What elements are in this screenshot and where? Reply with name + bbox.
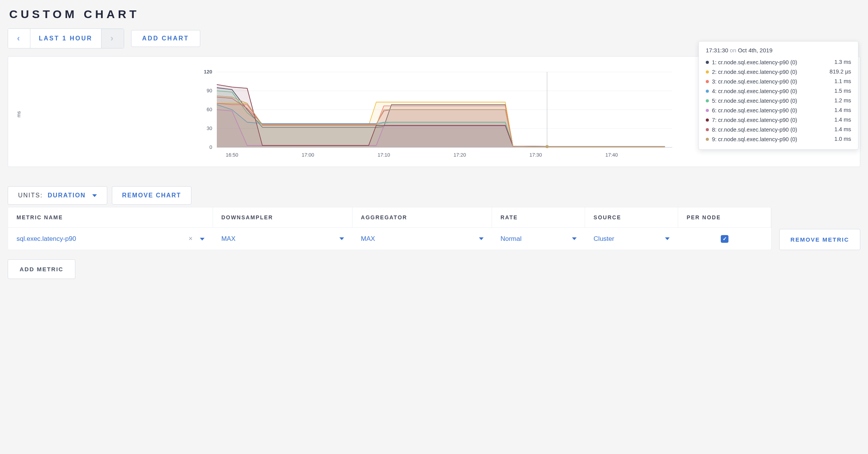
tooltip-series-value: 1.4 ms	[834, 107, 851, 113]
remove-metric-button[interactable]: REMOVE METRIC	[779, 229, 860, 250]
chevron-down-icon	[572, 237, 577, 240]
tooltip-series-value: 1.5 ms	[834, 88, 851, 94]
chevron-down-icon	[665, 237, 670, 240]
series-dot-icon	[706, 128, 709, 131]
chart-tooltip: 17:31:30 on Oct 4th, 2019 1: cr.node.sql…	[698, 41, 858, 150]
add-chart-button[interactable]: ADD CHART	[131, 30, 200, 47]
svg-text:120: 120	[204, 69, 212, 75]
col-aggregator: AGGREGATOR	[353, 207, 492, 227]
time-range-group: ‹ LAST 1 HOUR ›	[8, 28, 124, 48]
series-dot-icon	[706, 119, 709, 122]
time-range-select[interactable]: LAST 1 HOUR	[30, 29, 101, 48]
tooltip-series-label: 5: cr.node.sql.exec.latency-p90 (0)	[712, 98, 797, 104]
col-source: SOURCE	[585, 207, 678, 227]
tooltip-series-value: 819.2 µs	[830, 68, 851, 75]
svg-text:17:00: 17:00	[302, 152, 314, 158]
metric-name-select[interactable]: sql.exec.latency-p90 ×	[8, 228, 213, 250]
tooltip-series-label: 8: cr.node.sql.exec.latency-p90 (0)	[712, 127, 797, 133]
svg-point-18	[545, 145, 549, 148]
clear-icon[interactable]: ×	[188, 235, 193, 242]
metric-table: METRIC NAME DOWNSAMPLER AGGREGATOR RATE …	[8, 207, 772, 250]
tooltip-row: 9: cr.node.sql.exec.latency-p90 (0)1.0 m…	[706, 134, 851, 144]
col-per-node: PER NODE	[678, 207, 771, 227]
svg-text:90: 90	[207, 88, 212, 93]
tooltip-series-value: 1.4 ms	[834, 126, 851, 132]
tooltip-row: 3: cr.node.sql.exec.latency-p90 (0)1.1 m…	[706, 77, 851, 86]
col-metric-name: METRIC NAME	[8, 207, 213, 227]
tooltip-series-label: 9: cr.node.sql.exec.latency-p90 (0)	[712, 136, 797, 142]
downsampler-select[interactable]: MAX	[213, 228, 353, 250]
time-range-next-button: ›	[101, 29, 124, 48]
tooltip-date: Oct 4th, 2019	[738, 47, 772, 53]
tooltip-series-label: 4: cr.node.sql.exec.latency-p90 (0)	[712, 88, 797, 94]
svg-text:17:10: 17:10	[377, 152, 390, 158]
tooltip-rows: 1: cr.node.sql.exec.latency-p90 (0)1.3 m…	[706, 57, 851, 144]
tooltip-header: 17:31:30 on Oct 4th, 2019	[706, 47, 851, 53]
chevron-down-icon	[339, 237, 344, 240]
svg-text:30: 30	[207, 125, 212, 131]
col-downsampler: DOWNSAMPLER	[213, 207, 353, 227]
tooltip-series-label: 2: cr.node.sql.exec.latency-p90 (0)	[712, 69, 797, 75]
remove-chart-button[interactable]: REMOVE CHART	[112, 186, 192, 205]
series-dot-icon	[706, 61, 709, 64]
svg-text:17:30: 17:30	[529, 152, 542, 158]
time-range-prev-button[interactable]: ‹	[8, 29, 30, 48]
tooltip-series-value: 1.1 ms	[834, 78, 851, 84]
tooltip-row: 8: cr.node.sql.exec.latency-p90 (0)1.4 m…	[706, 125, 851, 134]
col-rate: RATE	[492, 207, 585, 227]
page-title: CUSTOM CHART	[9, 8, 860, 21]
tooltip-time: 17:31:30	[706, 47, 728, 53]
tooltip-series-label: 3: cr.node.sql.exec.latency-p90 (0)	[712, 78, 797, 85]
tooltip-row: 4: cr.node.sql.exec.latency-p90 (0)1.5 m…	[706, 86, 851, 96]
rate-select[interactable]: Normal	[492, 228, 585, 250]
tooltip-row: 1: cr.node.sql.exec.latency-p90 (0)1.3 m…	[706, 57, 851, 67]
tooltip-series-value: 1.0 ms	[834, 136, 851, 142]
svg-text:16:50: 16:50	[226, 152, 238, 158]
tooltip-series-value: 1.2 ms	[834, 97, 851, 103]
series-dot-icon	[706, 90, 709, 93]
aggregator-select[interactable]: MAX	[353, 228, 492, 250]
metric-table-header: METRIC NAME DOWNSAMPLER AGGREGATOR RATE …	[8, 207, 771, 228]
tooltip-row: 7: cr.node.sql.exec.latency-p90 (0)1.4 m…	[706, 115, 851, 125]
tooltip-row: 5: cr.node.sql.exec.latency-p90 (0)1.2 m…	[706, 96, 851, 105]
chevron-right-icon: ›	[111, 33, 115, 43]
metric-row: sql.exec.latency-p90 × MAX	[8, 228, 771, 250]
chevron-left-icon: ‹	[17, 33, 21, 43]
tooltip-series-value: 1.3 ms	[834, 59, 851, 65]
series-dot-icon	[706, 99, 709, 102]
per-node-checkbox[interactable]: ✓	[721, 235, 728, 243]
svg-text:60: 60	[207, 107, 212, 112]
chart-card: ms 030609012016:5017:0017:1017:2017:3017…	[8, 56, 860, 167]
series-dot-icon	[706, 138, 709, 141]
svg-text:0: 0	[210, 144, 212, 150]
add-metric-button[interactable]: ADD METRIC	[8, 259, 75, 279]
chevron-down-icon	[479, 237, 484, 240]
tooltip-series-label: 7: cr.node.sql.exec.latency-p90 (0)	[712, 117, 797, 123]
tooltip-series-label: 1: cr.node.sql.exec.latency-p90 (0)	[712, 59, 797, 65]
tooltip-row: 6: cr.node.sql.exec.latency-p90 (0)1.4 m…	[706, 105, 851, 115]
chevron-down-icon	[200, 238, 205, 240]
tooltip-series-label: 6: cr.node.sql.exec.latency-p90 (0)	[712, 107, 797, 114]
svg-text:17:20: 17:20	[454, 152, 466, 158]
series-dot-icon	[706, 109, 709, 112]
tooltip-row: 2: cr.node.sql.exec.latency-p90 (0)819.2…	[706, 67, 851, 77]
units-select[interactable]: UNITS: DURATION	[8, 186, 107, 205]
units-label: UNITS:	[18, 192, 43, 199]
series-dot-icon	[706, 70, 709, 73]
series-dot-icon	[706, 80, 709, 83]
per-node-cell: ✓	[678, 228, 771, 250]
chart-config: UNITS: DURATION REMOVE CHART METRIC NAME…	[8, 186, 860, 279]
source-select[interactable]: Cluster	[585, 228, 678, 250]
svg-text:17:40: 17:40	[605, 152, 618, 158]
units-value: DURATION	[48, 192, 86, 199]
y-axis-label: ms	[16, 111, 22, 117]
tooltip-series-value: 1.4 ms	[834, 117, 851, 123]
chevron-down-icon	[92, 194, 97, 197]
